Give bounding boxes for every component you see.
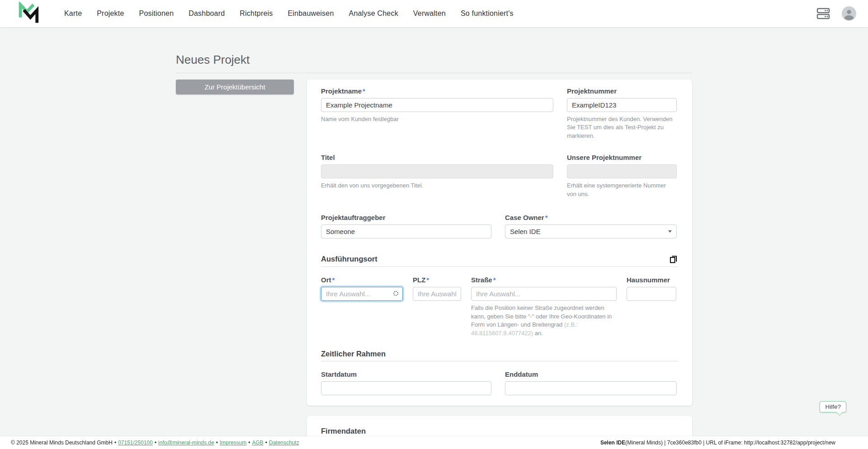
required-asterisk: *	[493, 276, 496, 284]
projektauftraggeber-label: Projektauftraggeber	[321, 214, 491, 221]
required-asterisk: *	[426, 276, 429, 284]
page-title: Neues Projekt	[176, 53, 692, 67]
nav-karte[interactable]: Karte	[64, 9, 82, 18]
session-user: Selen IDE	[600, 440, 625, 446]
top-nav-bar: Karte Projekte Positionen Dashboard Rich…	[0, 0, 868, 27]
case-owner-label: Case Owner*	[505, 214, 677, 221]
main-nav: Karte Projekte Positionen Dashboard Rich…	[64, 9, 514, 18]
projektnummer-label: Projektnummer	[567, 87, 677, 95]
ort-input[interactable]	[321, 287, 403, 301]
footer-session-info: Selen IDE (Mineral Minds) | 7ce360e83fb0…	[600, 440, 835, 446]
footer-link-email[interactable]: info@mineral-minds.de	[158, 440, 214, 446]
loading-spinner-icon	[393, 291, 398, 296]
ausfuehrungsort-section-header: Ausführungsort	[321, 254, 678, 267]
unsere-projektnummer-helper: Erhält eine systemgenerierte Nummer von …	[567, 182, 677, 198]
nav-einbauweisen[interactable]: Einbauweisen	[288, 9, 334, 18]
firmendaten-heading: Firmendaten	[321, 427, 366, 435]
footer-link-datenschutz[interactable]: Datenschutz	[269, 440, 299, 446]
hausnummer-input[interactable]	[627, 287, 676, 301]
strasse-input[interactable]	[471, 287, 617, 301]
copy-icon[interactable]	[669, 254, 678, 264]
logo-icon	[18, 2, 39, 25]
projektname-helper: Name vom Kunden festlegbar	[321, 115, 553, 123]
new-project-form-card: Projektname* Name vom Kunden festlegbar …	[307, 80, 692, 406]
page-content: Neues Projekt Zur Projektübersicht Proje…	[176, 27, 692, 449]
nav-analyse-check[interactable]: Analyse Check	[349, 9, 398, 18]
projektnummer-helper: Projektnummer des Kunden. Verwenden Sie …	[567, 115, 677, 140]
help-bubble-tail	[836, 409, 843, 416]
nav-positionen[interactable]: Positionen	[139, 9, 174, 18]
titel-input	[321, 164, 553, 178]
zeitlicher-rahmen-heading: Zeitlicher Rahmen	[321, 350, 386, 358]
unsere-projektnummer-label: Unsere Projektnummer	[567, 154, 677, 161]
zeitlicher-rahmen-section-header: Zeitlicher Rahmen	[321, 350, 678, 361]
user-avatar-icon[interactable]	[842, 6, 856, 21]
footer: © 2025 Mineral Minds Deutschland GmbH • …	[0, 436, 868, 449]
strasse-label: Straße*	[471, 276, 617, 284]
projektname-label: Projektname*	[321, 87, 553, 95]
required-asterisk: *	[363, 87, 365, 95]
required-asterisk: *	[332, 276, 335, 284]
hausnummer-label: Hausnummer	[627, 276, 676, 284]
mineral-minds-logo[interactable]	[18, 2, 39, 25]
copyright-text: © 2025 Mineral Minds Deutschland GmbH	[11, 440, 113, 446]
nav-verwalten[interactable]: Verwalten	[413, 9, 446, 18]
unsere-projektnummer-input	[567, 164, 677, 178]
footer-link-impressum[interactable]: Impressum	[220, 440, 246, 446]
header-icons	[816, 6, 856, 21]
footer-left: © 2025 Mineral Minds Deutschland GmbH • …	[11, 440, 299, 446]
projektauftraggeber-input[interactable]	[321, 224, 491, 239]
footer-link-phone[interactable]: 07151/250100	[118, 440, 153, 446]
enddatum-input[interactable]	[505, 381, 677, 395]
ausfuehrungsort-heading: Ausführungsort	[321, 255, 377, 263]
help-button[interactable]: Hilfe?	[820, 401, 846, 412]
title-divider	[176, 73, 692, 73]
projektname-input[interactable]	[321, 98, 553, 112]
titel-helper: Erhält den von uns vorgegebenen Titel.	[321, 182, 553, 190]
case-owner-select[interactable]: Selen IDE	[505, 224, 677, 239]
plz-input[interactable]	[413, 287, 461, 301]
required-asterisk: *	[545, 214, 548, 221]
chevron-down-icon	[668, 230, 672, 233]
back-to-project-overview-button[interactable]: Zur Projektübersicht	[176, 80, 294, 94]
enddatum-label: Enddatum	[505, 370, 677, 378]
footer-link-agb[interactable]: AGB	[252, 440, 263, 446]
ort-label: Ort*	[321, 276, 403, 284]
nav-richtpreis[interactable]: Richtpreis	[240, 9, 273, 18]
strasse-helper: Falls die Position keiner Straße zugeord…	[471, 304, 617, 337]
startdatum-input[interactable]	[321, 381, 491, 395]
nav-dashboard[interactable]: Dashboard	[189, 9, 225, 18]
nav-projekte[interactable]: Projekte	[97, 9, 124, 18]
titel-label: Titel	[321, 154, 553, 161]
help-button-label: Hilfe?	[825, 403, 841, 410]
projektnummer-input[interactable]	[567, 98, 677, 112]
case-owner-selected-value: Selen IDE	[510, 228, 541, 235]
plz-label: PLZ*	[413, 276, 461, 284]
server-icon[interactable]	[816, 8, 830, 19]
nav-so-funktionierts[interactable]: So funktioniert's	[461, 9, 514, 18]
startdatum-label: Startdatum	[321, 370, 491, 378]
session-details: (Mineral Minds) | 7ce360e83fb0 | URL of …	[625, 440, 835, 446]
